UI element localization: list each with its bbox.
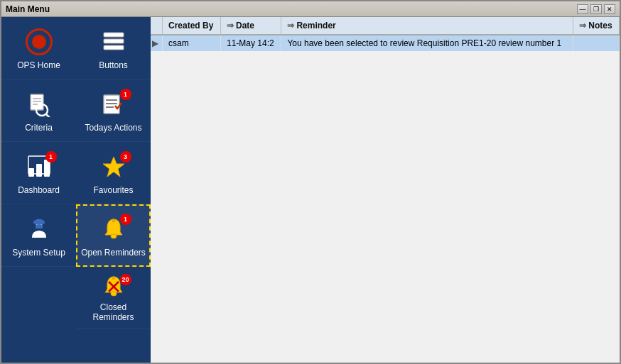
favourites-icon-wrapper: 3 xyxy=(96,151,131,182)
dashboard-badge: 1 xyxy=(45,151,57,162)
window-controls: — ❐ ✕ xyxy=(577,4,615,14)
ops-home-icon xyxy=(26,28,53,55)
cell-created-by: csam xyxy=(163,35,221,51)
col-created-by-label: Created By xyxy=(168,21,213,31)
content-area: Created By ⇒Date ⇒Reminder ⇒Notes xyxy=(151,17,620,363)
table-container: Created By ⇒Date ⇒Reminder ⇒Notes xyxy=(151,17,620,363)
restore-button[interactable]: ❐ xyxy=(590,4,602,14)
svg-rect-0 xyxy=(104,33,124,37)
criteria-icon-wrapper xyxy=(21,89,57,120)
closed-reminders-icon-wrapper: 20 xyxy=(96,274,131,299)
table-row[interactable]: ▶ csam 11-May 14:2 You have been selecte… xyxy=(151,35,620,51)
sidebar-item-favourites-label: Favourites xyxy=(93,185,133,195)
cell-reminder: You have been selected to review Requisi… xyxy=(281,35,573,51)
sidebar-row-2: 1 Dashboard 3 Favourites xyxy=(1,142,151,204)
svg-rect-14 xyxy=(36,164,42,177)
sidebar-item-system-setup[interactable]: System Setup xyxy=(1,204,76,267)
col-notes-label: Notes xyxy=(588,21,612,31)
sidebar-row-0: OPS Home Buttons xyxy=(1,17,151,79)
sidebar-row-3: System Setup 1 Open Reminders xyxy=(1,204,151,267)
favourites-badge: 3 xyxy=(120,151,131,162)
window-title: Main Menu xyxy=(6,4,50,14)
svg-rect-13 xyxy=(28,168,34,177)
sidebar-item-criteria-label: Criteria xyxy=(25,123,53,133)
svg-rect-2 xyxy=(104,45,124,50)
sidebar-item-closed-reminders[interactable]: 20 Closed Reminders xyxy=(76,267,151,329)
svg-point-24 xyxy=(111,292,117,296)
closed-reminders-badge: 20 xyxy=(120,274,131,285)
reminders-table: Created By ⇒Date ⇒Reminder ⇒Notes xyxy=(151,17,620,51)
ops-home-icon-wrapper xyxy=(21,26,57,57)
minimize-button[interactable]: — xyxy=(577,4,588,14)
col-date-label: Date xyxy=(236,21,254,31)
sidebar-item-open-reminders-label: Open Reminders xyxy=(81,248,146,258)
svg-rect-19 xyxy=(36,225,43,228)
col-date[interactable]: ⇒Date xyxy=(220,17,281,35)
sidebar: OPS Home Buttons xyxy=(1,17,151,363)
open-reminders-badge: 1 xyxy=(120,214,131,225)
sidebar-item-ops-home[interactable]: OPS Home xyxy=(1,17,76,79)
main-content: OPS Home Buttons xyxy=(1,17,620,363)
sidebar-item-ops-home-label: OPS Home xyxy=(17,60,60,70)
sort-icon-notes: ⇒ xyxy=(579,21,586,31)
cell-date: 11-May 14:2 xyxy=(220,35,281,51)
sidebar-item-todays-actions-label: Todays Actions xyxy=(85,123,141,133)
sidebar-item-system-setup-label: System Setup xyxy=(12,248,65,258)
system-setup-icon xyxy=(26,216,52,242)
svg-rect-21 xyxy=(33,222,45,224)
sort-icon-reminder: ⇒ xyxy=(287,21,294,31)
svg-rect-1 xyxy=(104,39,124,43)
title-bar: Main Menu — ❐ ✕ xyxy=(1,1,620,17)
todays-actions-icon-wrapper: 1 xyxy=(96,89,131,120)
criteria-icon xyxy=(26,92,52,117)
sidebar-row-1: Criteria 1 Todays Actions xyxy=(1,79,151,142)
col-created-by[interactable]: Created By xyxy=(163,17,221,35)
system-setup-icon-wrapper xyxy=(21,214,57,245)
row-arrow: ▶ xyxy=(151,35,163,51)
svg-point-23 xyxy=(112,219,115,223)
sort-icon-date: ⇒ xyxy=(227,21,234,31)
sidebar-item-buttons-label: Buttons xyxy=(99,60,128,70)
table-header-row: Created By ⇒Date ⇒Reminder ⇒Notes xyxy=(151,17,620,35)
sidebar-item-dashboard-label: Dashboard xyxy=(18,185,60,195)
ops-home-inner xyxy=(32,35,46,49)
open-reminders-icon-wrapper: 1 xyxy=(96,214,131,245)
svg-rect-9 xyxy=(104,95,119,114)
buttons-icon xyxy=(101,29,126,55)
todays-actions-badge: 1 xyxy=(120,89,131,100)
sidebar-item-open-reminders[interactable]: 1 Open Reminders xyxy=(76,204,151,267)
sidebar-item-buttons[interactable]: Buttons xyxy=(76,17,151,79)
col-arrow xyxy=(151,17,163,35)
col-reminder[interactable]: ⇒Reminder xyxy=(281,17,573,35)
close-button[interactable]: ✕ xyxy=(604,4,615,14)
sidebar-item-todays-actions[interactable]: 1 Todays Actions xyxy=(76,79,151,142)
main-window: Main Menu — ❐ ✕ xyxy=(0,0,621,364)
svg-point-25 xyxy=(112,276,115,280)
sidebar-row-4: 20 Closed Reminders xyxy=(1,267,151,329)
svg-line-5 xyxy=(46,114,50,117)
col-notes[interactable]: ⇒Notes xyxy=(573,17,620,35)
buttons-icon-wrapper xyxy=(96,26,131,57)
col-reminder-label: Reminder xyxy=(296,21,335,31)
sidebar-item-closed-reminders-label: Closed Reminders xyxy=(80,302,147,322)
sidebar-item-favourites[interactable]: 3 Favourites xyxy=(76,142,151,204)
sidebar-item-dashboard[interactable]: 1 Dashboard xyxy=(1,142,76,204)
dashboard-icon-wrapper: 1 xyxy=(21,151,57,182)
sidebar-item-criteria[interactable]: Criteria xyxy=(1,79,76,142)
cell-notes xyxy=(573,35,620,51)
svg-point-22 xyxy=(111,234,117,238)
